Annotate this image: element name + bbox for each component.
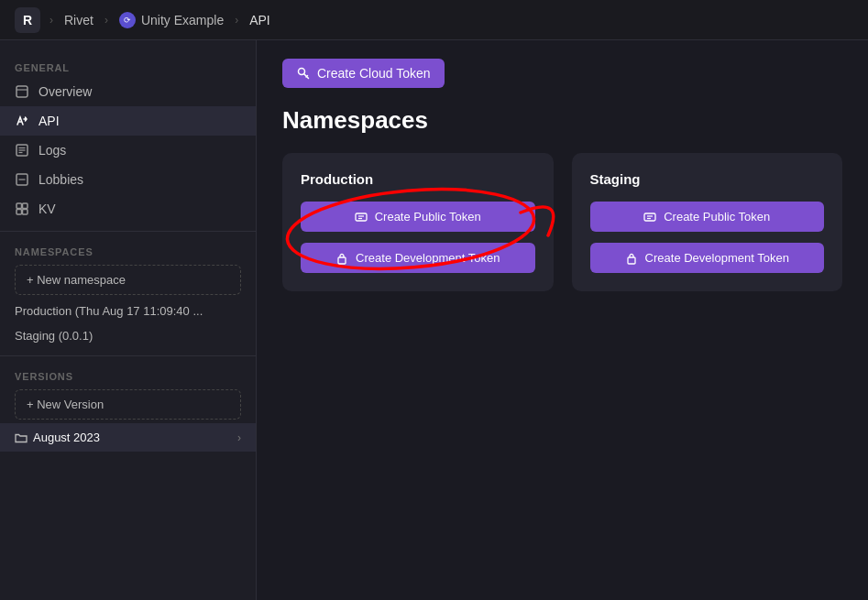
sidebar-kv-label: KV: [38, 202, 56, 216]
main-layout: General Overview API: [0, 40, 868, 600]
chevron-icon: ›: [49, 14, 53, 27]
namespace-production[interactable]: Production (Thu Aug 17 11:09:40 ...: [0, 299, 256, 323]
namespaces-grid: Production Create Public Token: [282, 153, 842, 291]
overview-icon: [15, 84, 29, 99]
sidebar-api-label: API: [38, 114, 60, 128]
content-wrapper: Create Cloud Token Namespaces Production…: [282, 59, 842, 291]
namespace-staging[interactable]: Staging (0.0.1): [0, 323, 256, 348]
namespaces-label: Namespaces: [0, 239, 256, 261]
sidebar-item-api[interactable]: API: [0, 106, 256, 136]
sidebar-overview-label: Overview: [38, 84, 92, 99]
svg-rect-17: [644, 213, 655, 221]
svg-rect-8: [16, 203, 22, 209]
new-version-label: + New Version: [27, 398, 104, 411]
app-logo[interactable]: R: [15, 7, 40, 33]
general-label: General: [0, 55, 256, 77]
project-icon: ⟳: [119, 12, 136, 28]
sidebar-lobbies-label: Lobbies: [38, 172, 83, 187]
svg-rect-16: [338, 257, 346, 264]
sidebar-item-logs[interactable]: Logs: [0, 136, 256, 165]
svg-rect-0: [16, 86, 27, 97]
dev-token-icon-staging: [625, 252, 638, 265]
svg-rect-10: [16, 210, 22, 215]
svg-rect-9: [23, 203, 28, 209]
svg-rect-13: [356, 213, 367, 221]
kv-icon: [15, 202, 29, 216]
new-namespace-button[interactable]: + New namespace: [15, 265, 241, 295]
breadcrumb-api[interactable]: API: [244, 11, 276, 29]
sidebar-divider-2: [0, 355, 256, 356]
sidebar-logs-label: Logs: [38, 143, 66, 158]
staging-title: Staging: [590, 171, 825, 187]
logs-icon: [15, 143, 29, 158]
sidebar-item-kv[interactable]: KV: [0, 194, 256, 224]
version-august-2023[interactable]: August 2023 ›: [0, 423, 256, 452]
create-dev-token-production-button[interactable]: Create Development Token: [301, 243, 535, 273]
chevron-icon-3: ›: [235, 14, 238, 27]
create-public-token-production-button[interactable]: Create Public Token: [301, 202, 535, 232]
breadcrumb-project[interactable]: ⟳ Unity Example: [114, 10, 229, 30]
new-namespace-label: + New namespace: [27, 273, 126, 287]
breadcrumb-rivet[interactable]: Rivet: [59, 11, 99, 29]
topbar: R › Rivet › ⟳ Unity Example › API: [0, 0, 868, 40]
new-version-button[interactable]: + New Version: [15, 389, 241, 420]
chevron-icon-2: ›: [104, 14, 108, 27]
public-token-icon-staging: [643, 211, 656, 224]
dev-token-icon-prod: [335, 252, 348, 265]
namespace-card-production: Production Create Public Token: [282, 153, 554, 291]
public-token-icon-prod: [355, 211, 368, 224]
sidebar-item-overview[interactable]: Overview: [0, 77, 256, 106]
sidebar: General Overview API: [0, 40, 257, 600]
namespaces-title: Namespaces: [282, 106, 842, 135]
svg-rect-11: [23, 210, 28, 215]
lobbies-icon: [15, 172, 29, 187]
svg-rect-20: [628, 257, 635, 264]
chevron-right-icon: ›: [237, 431, 241, 444]
sidebar-item-lobbies[interactable]: Lobbies: [0, 165, 256, 194]
content-area: Create Cloud Token Namespaces Production…: [257, 40, 868, 600]
version-folder-icon: August 2023: [15, 431, 100, 444]
versions-label: Versions: [0, 364, 256, 386]
api-icon: [15, 114, 29, 128]
production-title: Production: [301, 171, 535, 187]
create-dev-token-staging-button[interactable]: Create Development Token: [590, 243, 825, 273]
key-icon: [297, 67, 310, 80]
namespace-card-staging: Staging Create Public Token: [572, 153, 843, 291]
sidebar-divider-1: [0, 231, 256, 232]
create-public-token-staging-button[interactable]: Create Public Token: [590, 202, 825, 232]
create-cloud-token-button[interactable]: Create Cloud Token: [282, 59, 445, 88]
